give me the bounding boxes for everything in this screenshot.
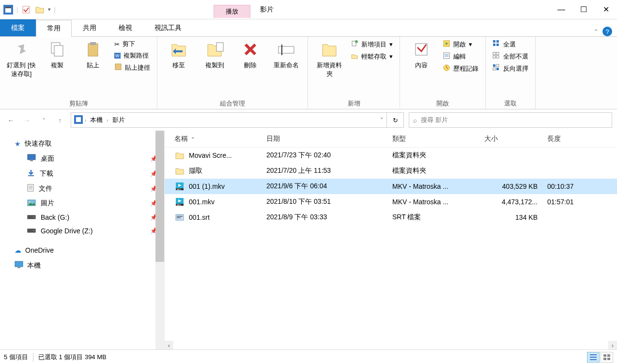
tab-file[interactable]: 檔案 [0,19,36,36]
refresh-button[interactable]: ↻ [386,112,404,128]
new-folder-button[interactable]: 新增資料夾 [315,40,344,78]
chevron-icon[interactable]: › [107,118,108,123]
properties-button[interactable]: 內容 [407,40,436,70]
file-row[interactable]: MKV001 (1).mkv 2021/9/6 下午 06:04 MKV - M… [165,179,617,194]
svg-text:MKV: MKV [177,204,181,206]
view-details-button[interactable] [587,352,600,363]
copy-icon [47,40,67,59]
tree-item[interactable]: Google Drive (Z:)📌 [25,224,159,238]
open-button[interactable]: 開啟 ▾ [443,40,478,49]
close-button[interactable]: ✕ [595,0,617,19]
tree-quick-access[interactable]: ★ 快速存取 [15,139,159,148]
rename-button[interactable]: 重新命名 [272,40,301,70]
hscroll-left[interactable]: ‹ [165,341,173,349]
paste-shortcut-button[interactable]: 貼上捷徑 [114,63,150,72]
file-row[interactable]: Movavi Scre... 2021/7/23 下午 02:40 檔案資料夾 [165,148,617,163]
address-bar[interactable]: › 本機 › 影片 ˅ [71,112,387,128]
search-box[interactable]: ⌕ 搜尋 影片 [409,112,612,128]
svg-rect-62 [607,358,610,360]
svg-rect-61 [603,358,606,360]
history-button[interactable]: 歷程記錄 [443,64,478,73]
file-row[interactable]: 擷取 2021/7/20 上午 11:53 檔案資料夾 [165,163,617,179]
tab-home[interactable]: 常用 [36,20,72,37]
hscroll-right[interactable]: › [608,341,617,349]
recent-dropdown[interactable]: ˅ [38,114,49,126]
breadcrumb-seg2[interactable]: 影片 [110,115,127,125]
view-large-button[interactable] [601,352,613,363]
tab-share[interactable]: 共用 [72,19,108,36]
hscroll-thumb[interactable] [173,341,608,349]
document-icon [27,184,34,193]
file-row[interactable]: 001.srt 2021/8/9 下午 03:33 SRT 檔案 134 KB [165,210,617,225]
srt-icon [174,212,185,223]
column-date[interactable]: 日期 [266,135,392,143]
svg-point-40 [29,201,31,202]
tree-item-label: 文件 [39,184,52,193]
column-length[interactable]: 長度 [547,135,596,143]
svg-rect-7 [90,42,96,45]
invert-icon [493,64,500,73]
column-size[interactable]: 大小 [484,135,547,143]
group-new-label: 新增 [315,98,393,108]
delete-button[interactable]: 刪除 [236,40,265,70]
easy-access-button[interactable]: 輕鬆存取 ▾ [351,52,393,61]
tree-item[interactable]: 下載📌 [25,166,159,181]
copy-to-button[interactable]: 複製到 [200,40,229,70]
copy-path-button[interactable]: W複製路徑 [114,51,150,60]
qat-check-icon[interactable] [21,4,31,15]
tree-item[interactable]: 圖片📌 [25,196,159,211]
maximize-button[interactable]: ☐ [572,0,595,19]
column-name[interactable]: 名稱⌃ [174,135,266,143]
svg-rect-31 [76,117,81,122]
svg-rect-26 [493,64,495,67]
file-row[interactable]: MKV001.mkv 2021/8/10 下午 03:51 MKV - Matr… [165,194,617,210]
ribbon-collapse[interactable]: ⌃ [593,28,599,35]
help-button[interactable]: ? [602,27,612,36]
back-button[interactable]: ← [5,114,16,126]
file-type: SRT 檔案 [392,213,484,222]
new-item-button[interactable]: 新增項目 ▾ [351,40,393,49]
svg-rect-18 [493,40,495,43]
tree-item[interactable]: Back (G:)📌 [25,211,159,224]
minimize-button[interactable]: — [550,0,572,19]
qat-folder-icon[interactable] [34,4,45,15]
breadcrumb-seg1[interactable]: 本機 [88,115,105,125]
pin-quick-access-button[interactable]: 釘選到 [快速存取] [7,40,36,78]
file-name: 001.mkv [189,198,215,206]
paste-button[interactable]: 貼上 [78,40,108,70]
tab-view[interactable]: 檢視 [108,19,143,36]
tree-item[interactable]: 文件📌 [25,181,159,196]
svg-rect-37 [29,187,32,188]
edit-button[interactable]: 編輯 [443,52,478,61]
file-type: MKV - Matroska ... [392,198,484,206]
svg-rect-57 [590,357,597,358]
move-to-button[interactable]: 移至 [164,40,193,70]
tree-item-label: Google Drive (Z:) [41,227,93,235]
qat-dropdown[interactable]: ▾ [48,6,51,13]
tree-thispc[interactable]: 本機 [15,261,159,270]
download-icon [27,169,35,178]
cut-button[interactable]: ✂剪下 [114,40,150,48]
pictures-icon [27,199,36,208]
scissors-icon: ✂ [114,41,120,48]
up-button[interactable]: ↑ [54,114,66,126]
chevron-icon[interactable]: › [85,118,86,123]
context-tab-play[interactable]: 播放 [214,5,250,18]
tree-scroll-thumb[interactable] [155,131,164,262]
address-dropdown[interactable]: ˅ [380,117,384,124]
invert-selection-button[interactable]: 反向選擇 [493,64,528,73]
tab-video-tools[interactable]: 視訊工具 [143,19,193,36]
file-size: 4,473,172... [484,198,547,206]
select-all-button[interactable]: 全選 [493,40,528,49]
column-type[interactable]: 類型 [392,135,484,143]
tree-item[interactable]: 桌面📌 [25,151,159,166]
svg-point-42 [33,217,34,218]
file-date: 2021/7/23 下午 02:40 [266,151,392,160]
tree-onedrive[interactable]: ☁ OneDrive [15,246,159,254]
svg-rect-28 [493,68,495,70]
address-icon [74,115,83,125]
copy-button[interactable]: 複製 [43,40,72,70]
select-none-button[interactable]: 全部不選 [493,52,528,61]
svg-rect-21 [496,44,499,46]
forward-button[interactable]: → [21,114,33,126]
